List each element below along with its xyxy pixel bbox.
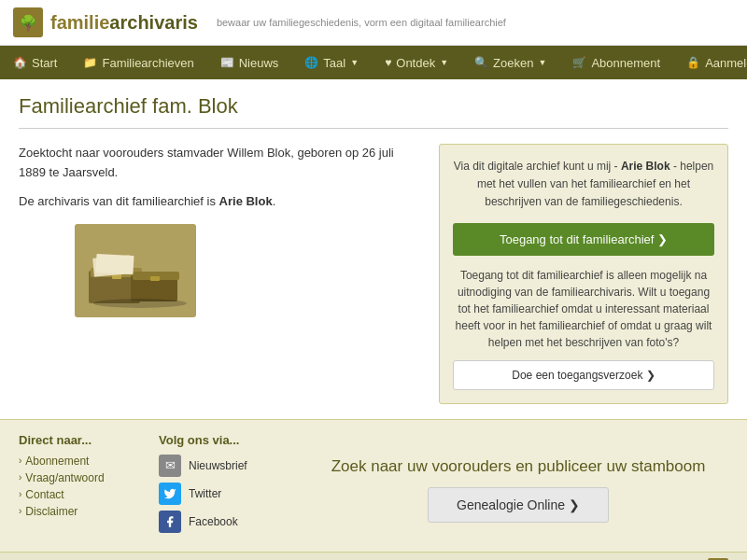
footer-link-disclaimer-label: Disclaimer bbox=[25, 505, 78, 518]
request-access-button[interactable]: Doe een toegangsverzoek ❯ bbox=[453, 360, 714, 390]
nav-zoeken-label: Zoeken bbox=[493, 56, 533, 70]
news-icon: 📰 bbox=[220, 56, 234, 69]
nav-start-label: Start bbox=[32, 56, 57, 70]
globe-icon: 🌐 bbox=[304, 56, 318, 69]
twitter-label: Twitter bbox=[189, 487, 221, 500]
left-column: Zoektocht naar voorouders stamvader Will… bbox=[19, 144, 420, 404]
footer-link-vraag[interactable]: › Vraag/antwoord bbox=[19, 471, 131, 484]
nieuwsbrief-label: Nieuwsbrief bbox=[189, 459, 247, 472]
search-icon: 🔍 bbox=[474, 56, 488, 69]
tagline: bewaar uw familiegeschiedenis, vorm een … bbox=[217, 17, 506, 28]
nav-taal[interactable]: 🌐 Taal ▼ bbox=[291, 46, 372, 79]
brand-name: familiearchivaris bbox=[50, 12, 198, 34]
archivist-text: De archivaris van dit familiearchief is … bbox=[19, 192, 420, 212]
navbar: 🏠 Start 📁 Familiearchieven 📰 Nieuws 🌐 Ta… bbox=[0, 46, 747, 79]
nav-ontdek[interactable]: ♥ Ontdek ▼ bbox=[372, 46, 461, 79]
nav-zoeken[interactable]: 🔍 Zoeken ▼ bbox=[461, 46, 559, 79]
nav-aanmelden[interactable]: 🔒 Aanmelden ▼ bbox=[673, 46, 747, 79]
svg-point-8 bbox=[93, 299, 187, 308]
footer-link-abonnement-label: Abonnement bbox=[25, 455, 89, 468]
chevron-right-icon-3: › bbox=[19, 489, 21, 499]
nav-start[interactable]: 🏠 Start bbox=[0, 46, 70, 79]
twitter-icon bbox=[159, 483, 181, 505]
home-icon: 🏠 bbox=[13, 56, 27, 69]
archivist-suffix: . bbox=[273, 194, 276, 208]
chevron-right-icon-4: › bbox=[19, 506, 21, 516]
right-column: Via dit digitale archief kunt u mij - Ar… bbox=[439, 144, 728, 404]
archive-photo bbox=[75, 224, 196, 317]
nav-familiearchieven[interactable]: 📁 Familiearchieven bbox=[70, 46, 206, 79]
nav-familiearchieven-label: Familiearchieven bbox=[102, 56, 193, 70]
chevron-right-icon-2: › bbox=[19, 472, 21, 483]
archive-image bbox=[79, 229, 191, 313]
right-panel-note: Toegang tot dit familiearchief is alleen… bbox=[453, 267, 714, 351]
right-panel-intro: Via dit digitale archief kunt u mij - Ar… bbox=[453, 158, 714, 212]
nav-abonnement-label: Abonnement bbox=[591, 56, 660, 70]
description-text: Zoektocht naar voorouders stamvader Will… bbox=[19, 144, 420, 183]
lock-icon: 🔒 bbox=[686, 56, 700, 69]
content-area: Zoektocht naar voorouders stamvader Will… bbox=[19, 144, 728, 404]
archivist-prefix: De archivaris van dit familiearchief is bbox=[19, 194, 219, 208]
ontdek-chevron-icon: ▼ bbox=[440, 58, 448, 67]
footer-link-contact[interactable]: › Contact bbox=[19, 488, 131, 501]
nav-nieuws[interactable]: 📰 Nieuws bbox=[207, 46, 292, 79]
footer-bottom: Een genealogische internetdienst geboden… bbox=[0, 552, 747, 560]
logo-icon: 🌳 bbox=[13, 7, 43, 37]
zoeken-chevron-icon: ▼ bbox=[538, 58, 546, 67]
footer: Direct naar... › Abonnement › Vraag/antw… bbox=[0, 419, 747, 552]
access-button[interactable]: Toegang tot dit familiearchief ❯ bbox=[453, 223, 714, 256]
archivist-name: Arie Blok bbox=[219, 194, 273, 208]
footer-search-section: Zoek naar uw voorouders en publiceer uw … bbox=[308, 433, 728, 539]
genealogie-button[interactable]: Genealogie Online ❯ bbox=[428, 487, 609, 523]
footer-link-abonnement[interactable]: › Abonnement bbox=[19, 455, 131, 468]
nav-ontdek-label: Ontdek bbox=[396, 56, 435, 70]
nav-taal-label: Taal bbox=[323, 56, 345, 70]
right-panel: Via dit digitale archief kunt u mij - Ar… bbox=[439, 144, 728, 404]
footer-social-section: Volg ons via... ✉ Nieuwsbrief Twitter Fa… bbox=[159, 433, 280, 539]
footer-link-vraag-label: Vraag/antwoord bbox=[25, 471, 104, 484]
heart-icon: ♥ bbox=[385, 56, 391, 69]
svg-rect-7 bbox=[96, 254, 134, 274]
svg-rect-5 bbox=[150, 276, 160, 281]
footer-inner: Direct naar... › Abonnement › Vraag/antw… bbox=[19, 433, 728, 539]
intro-prefix: Via dit digitale archief kunt u mij - bbox=[454, 160, 621, 173]
chevron-right-icon: › bbox=[19, 455, 21, 466]
footer-link-contact-label: Contact bbox=[25, 488, 63, 501]
nav-nieuws-label: Nieuws bbox=[239, 56, 279, 70]
footer-social-title: Volg ons via... bbox=[159, 433, 280, 447]
facebook-label: Facebook bbox=[189, 515, 238, 528]
social-twitter[interactable]: Twitter bbox=[159, 483, 280, 505]
email-icon: ✉ bbox=[159, 455, 181, 477]
social-nieuwsbrief[interactable]: ✉ Nieuwsbrief bbox=[159, 455, 280, 477]
social-facebook[interactable]: Facebook bbox=[159, 511, 280, 533]
main-content: Familiearchief fam. Blok Zoektocht naar … bbox=[0, 79, 747, 419]
facebook-icon bbox=[159, 511, 181, 533]
nav-abonnement[interactable]: 🛒 Abonnement bbox=[559, 46, 673, 79]
page-title: Familiearchief fam. Blok bbox=[19, 94, 728, 129]
footer-link-disclaimer[interactable]: › Disclaimer bbox=[19, 505, 131, 518]
folder-icon: 📁 bbox=[83, 56, 97, 69]
footer-direct-title: Direct naar... bbox=[19, 433, 131, 447]
cart-icon: 🛒 bbox=[572, 56, 586, 69]
intro-name: Arie Blok bbox=[621, 160, 670, 173]
header: 🌳 familiearchivaris bewaar uw familieges… bbox=[0, 0, 747, 46]
logo[interactable]: 🌳 familiearchivaris bewaar uw familieges… bbox=[13, 7, 506, 37]
brand-prefix: familie bbox=[50, 12, 109, 33]
brand-suffix: archivaris bbox=[109, 12, 198, 33]
footer-direct-section: Direct naar... › Abonnement › Vraag/antw… bbox=[19, 433, 131, 539]
taal-chevron-icon: ▼ bbox=[350, 58, 359, 67]
footer-search-title: Zoek naar uw voorouders en publiceer uw … bbox=[331, 457, 706, 476]
nav-aanmelden-label: Aanmelden bbox=[705, 56, 747, 70]
